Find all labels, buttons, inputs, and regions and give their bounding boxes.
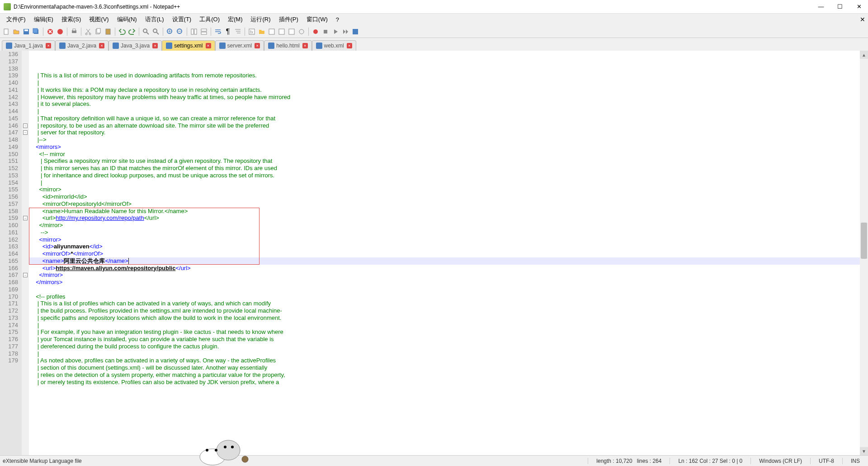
play-macro-button[interactable] <box>331 27 340 36</box>
code-line-168[interactable]: | This is a list of profiles which can b… <box>29 300 868 307</box>
tab-Java_2-java[interactable]: Java_2.java× <box>55 40 108 51</box>
indent-guide-button[interactable] <box>233 27 242 36</box>
close-file-button[interactable] <box>46 27 55 36</box>
fold-toggle[interactable]: − <box>23 216 28 220</box>
tab-close-icon[interactable]: × <box>302 43 308 48</box>
tab-close-icon[interactable]: × <box>152 43 158 48</box>
undo-button[interactable] <box>118 27 127 36</box>
code-line-138[interactable]: | It works like this: a POM may declare … <box>29 86 868 94</box>
zoom-in-button[interactable] <box>165 27 175 36</box>
code-line-153[interactable]: <id>mirrorId</id> <box>29 193 868 200</box>
save-macro-button[interactable] <box>351 27 360 36</box>
zoom-out-button[interactable] <box>175 27 184 36</box>
language-button[interactable]: fx <box>247 27 256 36</box>
tab-hello-html[interactable]: hello.html× <box>264 40 311 51</box>
status-encoding[interactable]: UTF-8 <box>810 458 842 464</box>
code-line-172[interactable]: | For example, if you have an integratio… <box>29 328 868 336</box>
tab-close-icon[interactable]: × <box>347 43 352 48</box>
code-editor[interactable]: | This is a list of mirrors to be used i… <box>29 51 868 455</box>
menu-12[interactable]: ? <box>332 15 343 24</box>
scroll-up-arrow[interactable]: ▲ <box>860 51 868 59</box>
code-line-144[interactable]: | server for that repository. <box>29 129 868 136</box>
code-line-149[interactable]: | this mirror serves has an ID that matc… <box>29 165 868 172</box>
code-line-165[interactable]: </mirrors> <box>29 279 868 286</box>
code-line-156[interactable]: <url>http://my.repository.com/repo/path<… <box>29 214 868 222</box>
code-line-155[interactable]: <name>Human Readable Name for this Mirro… <box>29 208 868 215</box>
doc-map-button[interactable] <box>277 27 286 36</box>
close-all-button[interactable] <box>56 27 65 36</box>
menu-6[interactable]: 设置(T) <box>169 14 195 25</box>
print-button[interactable] <box>70 27 79 36</box>
wordwrap-button[interactable] <box>213 27 222 36</box>
replace-button[interactable] <box>151 27 160 36</box>
code-line-164[interactable]: </mirror> <box>29 271 868 279</box>
fold-toggle[interactable]: − <box>23 124 28 128</box>
code-line-151[interactable]: | <box>29 179 868 186</box>
menu-7[interactable]: 工具(O) <box>196 14 223 25</box>
menu-8[interactable]: 宏(M) <box>224 14 246 25</box>
code-line-167[interactable]: <!-- profiles <box>29 293 868 300</box>
code-line-173[interactable]: | your Tomcat instance is installed, you… <box>29 336 868 343</box>
code-line-137[interactable]: | <box>29 79 868 86</box>
code-line-154[interactable]: <mirrorOf>repositoryId</mirrorOf> <box>29 200 868 208</box>
monitoring-button[interactable] <box>297 27 306 36</box>
open-file-button[interactable] <box>12 27 21 36</box>
code-line-170[interactable]: | specific paths and repository location… <box>29 314 868 322</box>
cut-button[interactable] <box>84 27 93 36</box>
fold-toggle[interactable]: − <box>23 273 28 277</box>
tab-close-icon[interactable]: × <box>99 43 104 48</box>
code-line-176[interactable]: | As noted above, profiles can be activa… <box>29 357 868 364</box>
close-button[interactable]: ✕ <box>854 1 864 12</box>
save-button[interactable] <box>22 27 31 36</box>
paste-button[interactable] <box>104 27 113 36</box>
maximize-button[interactable]: ☐ <box>835 1 845 12</box>
record-macro-button[interactable] <box>311 27 320 36</box>
show-all-chars-button[interactable]: ¶ <box>223 27 232 36</box>
status-eol[interactable]: Windows (CR LF) <box>750 458 810 464</box>
code-line-142[interactable]: | That repository definition will have a… <box>29 115 868 122</box>
fold-toggle[interactable]: − <box>23 130 28 135</box>
save-all-button[interactable] <box>32 27 41 36</box>
code-line-139[interactable]: | However, this repository may have prob… <box>29 94 868 101</box>
sync-v-button[interactable] <box>189 27 198 36</box>
code-line-140[interactable]: | it to several places. <box>29 100 868 108</box>
menu-4[interactable]: 编码(N) <box>113 14 141 25</box>
scroll-thumb[interactable] <box>861 223 867 259</box>
scroll-down-arrow[interactable]: ▼ <box>860 447 868 455</box>
sync-h-button[interactable] <box>199 27 208 36</box>
code-line-143[interactable]: | repository, to be used as an alternate… <box>29 122 868 129</box>
find-button[interactable] <box>142 27 151 36</box>
folder-button[interactable] <box>257 27 266 36</box>
code-line-175[interactable]: | <box>29 350 868 357</box>
menu-0[interactable]: 文件(F) <box>3 14 29 25</box>
code-line-171[interactable]: | <box>29 322 868 329</box>
vertical-scrollbar[interactable]: ▲ ▼ <box>860 51 868 455</box>
code-line-174[interactable]: | dereferenced during the build process … <box>29 343 868 350</box>
tab-close-icon[interactable]: × <box>255 43 260 48</box>
tab-settings-xml[interactable]: settings.xml× <box>162 40 215 51</box>
code-line-160[interactable]: <id>aliyunmaven</id> <box>29 243 868 250</box>
code-line-177[interactable]: | section of this document (settings.xml… <box>29 364 868 371</box>
menu-9[interactable]: 运行(R) <box>247 14 274 25</box>
code-line-158[interactable]: --> <box>29 229 868 236</box>
code-line-163[interactable]: <url>https://maven.aliyun.com/repository… <box>29 265 868 272</box>
menubar-close-icon[interactable]: ✕ <box>860 16 865 23</box>
code-line-148[interactable]: | Specifies a repository mirror site to … <box>29 157 868 165</box>
code-line-166[interactable] <box>29 286 868 293</box>
menu-3[interactable]: 视图(V) <box>85 14 112 25</box>
tab-Java_3-java[interactable]: Java_3.java× <box>108 40 162 51</box>
new-file-button[interactable] <box>2 27 11 36</box>
code-line-169[interactable]: | the build process. Profiles provided i… <box>29 307 868 314</box>
tab-server-xml[interactable]: server.xml× <box>215 40 264 51</box>
code-line-146[interactable]: <mirrors> <box>29 143 868 151</box>
minimize-button[interactable]: — <box>816 1 826 12</box>
stop-macro-button[interactable] <box>321 27 330 36</box>
code-line-178[interactable]: | relies on the detection of a system pr… <box>29 371 868 379</box>
code-line-159[interactable]: <mirror> <box>29 236 868 243</box>
code-line-141[interactable]: | <box>29 108 868 115</box>
menu-10[interactable]: 插件(P) <box>275 14 302 25</box>
tab-close-icon[interactable]: × <box>206 43 211 48</box>
menu-1[interactable]: 编辑(E) <box>30 14 57 25</box>
copy-button[interactable] <box>94 27 103 36</box>
code-line-152[interactable]: <mirror> <box>29 186 868 193</box>
